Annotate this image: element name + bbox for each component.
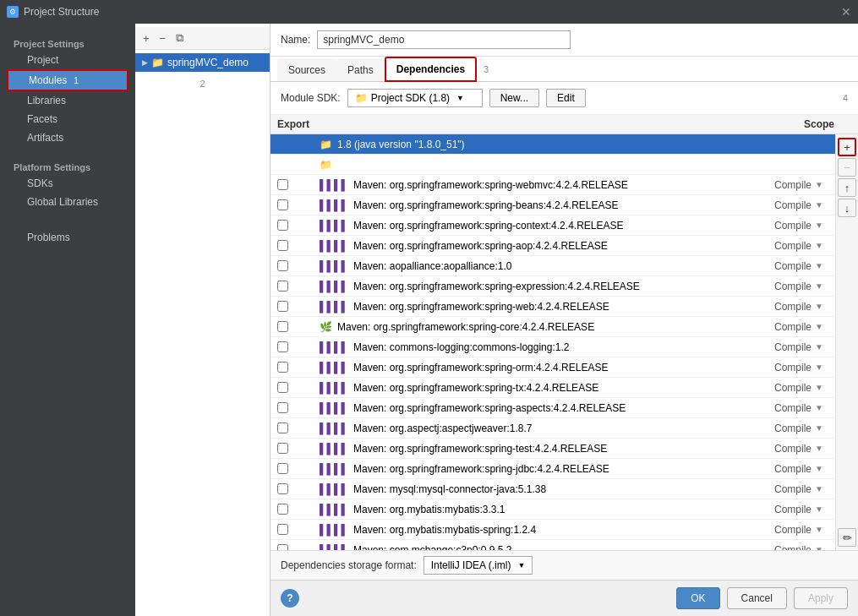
sidebar-item-problems[interactable]: Problems [7,228,128,247]
dep-name: Maven: org.springframework:spring-aspect… [353,402,744,414]
dep-scope-dropdown[interactable]: ▼ [815,281,828,291]
dep-scope-dropdown[interactable]: ▼ [815,342,828,352]
add-module-button[interactable]: + [139,30,154,46]
dep-name: Maven: org.mybatis:mybatis:3.3.1 [353,504,744,515]
dep-scope-dropdown[interactable]: ▼ [815,200,828,210]
sidebar-item-artifacts[interactable]: Artifacts [7,128,128,147]
dep-checkbox[interactable] [277,422,320,433]
dep-scope: Compile [744,483,812,495]
dep-row[interactable]: ▌▌▌▌ Maven: org.springframework:spring-b… [271,195,835,215]
dep-scope: Compile [744,524,812,536]
dep-checkbox[interactable] [277,341,320,352]
tab-dependencies[interactable]: Dependencies [385,57,477,82]
dep-row[interactable]: ▌▌▌▌ Maven: com.mchange:c3p0:0.9.5.2 Com… [271,540,835,550]
dep-row[interactable]: 🌿 Maven: org.springframework:spring-core… [271,317,835,337]
module-tree-item[interactable]: ▶ 📁 springMVC_demo [135,53,270,72]
dep-scope-dropdown[interactable]: ▼ [815,261,828,270]
sidebar-item-global-libraries[interactable]: Global Libraries [7,193,128,211]
dep-checkbox[interactable] [277,382,320,393]
dep-row[interactable]: ▌▌▌▌ Maven: aopalliance:aopalliance:1.0 … [271,256,835,276]
dep-row[interactable]: ▌▌▌▌ Maven: org.springframework:spring-a… [271,398,835,418]
dep-row[interactable]: ▌▌▌▌ Maven: org.springframework:spring-w… [271,297,835,317]
add-dependency-button[interactable]: + [838,138,856,156]
dep-scope-dropdown[interactable]: ▼ [815,403,828,412]
dep-scope-dropdown[interactable]: ▼ [815,383,828,392]
dep-row[interactable]: ▌▌▌▌ Maven: org.springframework:spring-w… [271,175,835,195]
dep-row[interactable]: ▌▌▌▌ Maven: org.springframework:spring-t… [271,439,835,459]
dep-checkbox[interactable] [277,483,320,494]
dep-checkbox[interactable] [277,402,320,413]
dep-checkbox[interactable] [277,199,320,210]
dep-row[interactable]: ▌▌▌▌ Maven: commons-logging:commons-logg… [271,337,835,357]
dep-scope-dropdown[interactable]: ▼ [815,444,828,453]
edit-dependency-button[interactable]: ✏ [838,528,856,547]
dep-checkbox[interactable] [277,179,320,190]
dep-scope-dropdown[interactable]: ▼ [815,423,828,433]
storage-format-select[interactable]: IntelliJ IDEA (.iml) ▼ [424,556,533,575]
remove-module-button[interactable]: − [156,30,171,46]
move-up-button[interactable]: ↑ [838,178,856,197]
move-down-button[interactable]: ↓ [838,199,856,217]
ok-button[interactable]: OK [676,587,719,609]
close-button[interactable]: ✕ [841,5,851,19]
dep-checkbox[interactable] [277,220,320,231]
name-input[interactable] [317,30,571,49]
dep-checkbox[interactable] [277,321,320,332]
dep-row[interactable]: ▌▌▌▌ Maven: org.springframework:spring-j… [271,459,835,479]
sidebar-item-facets[interactable]: Facets [7,110,128,128]
dep-checkbox[interactable] [277,281,320,292]
dep-scope-dropdown[interactable]: ▼ [815,221,828,230]
dep-scope-dropdown[interactable]: ▼ [815,180,828,189]
deps-header: Export Scope [271,115,858,134]
dep-row[interactable]: ▌▌▌▌ Maven: mysql:mysql-connector-java:5… [271,479,835,499]
apply-button[interactable]: Apply [794,587,848,609]
dep-checkbox[interactable] [277,240,320,251]
dep-row[interactable]: ▌▌▌▌ Maven: org.aspectj:aspectjweaver:1.… [271,418,835,439]
dep-scope-dropdown[interactable]: ▼ [815,241,828,250]
dep-scope: Compile [744,220,812,232]
sidebar-item-modules[interactable]: Modules 1 [7,69,128,91]
app-icon: ⚙ [7,6,19,18]
dep-scope: Compile [744,443,812,455]
remove-dependency-button[interactable]: − [838,158,856,177]
dep-checkbox[interactable] [277,260,320,271]
dep-name: Maven: aopalliance:aopalliance:1.0 [353,260,744,272]
cancel-button[interactable]: Cancel [727,587,787,609]
dep-icon: ▌▌▌▌ [320,341,348,353]
sidebar-item-project[interactable]: Project [7,51,128,69]
dep-checkbox[interactable] [277,544,320,550]
tab-sources[interactable]: Sources [277,58,336,81]
sidebar-item-sdks[interactable]: SDKs [7,174,128,193]
edit-sdk-button[interactable]: Edit [546,89,586,107]
dep-scope-dropdown[interactable]: ▼ [815,322,828,331]
dep-checkbox[interactable] [277,362,320,373]
dep-row[interactable]: 📁 1.8 (java version "1.8.0_51") [271,134,835,155]
dep-row[interactable]: ▌▌▌▌ Maven: org.springframework:spring-e… [271,276,835,297]
dep-icon: ▌▌▌▌ [320,422,348,434]
dep-scope-dropdown[interactable]: ▼ [815,525,828,534]
dep-scope-dropdown[interactable]: ▼ [815,363,828,372]
dep-checkbox[interactable] [277,504,320,515]
dep-scope-dropdown[interactable]: ▼ [815,504,828,514]
dep-row[interactable]: ▌▌▌▌ Maven: org.mybatis:mybatis-spring:1… [271,520,835,540]
dep-row[interactable]: ▌▌▌▌ Maven: org.springframework:spring-t… [271,378,835,398]
dep-scope-dropdown[interactable]: ▼ [815,464,828,473]
dep-row[interactable]: ▌▌▌▌ Maven: org.springframework:spring-a… [271,236,835,256]
dep-checkbox[interactable] [277,524,320,535]
dep-row[interactable]: ▌▌▌▌ Maven: org.mybatis:mybatis:3.3.1 Co… [271,499,835,520]
copy-module-button[interactable]: ⧉ [172,30,188,46]
dep-scope-dropdown[interactable]: ▼ [815,302,828,311]
dep-row[interactable]: ▌▌▌▌ Maven: org.springframework:spring-o… [271,357,835,378]
dep-checkbox[interactable] [277,301,320,312]
dep-checkbox[interactable] [277,463,320,474]
dep-row[interactable]: ▌▌▌▌ Maven: org.springframework:spring-c… [271,215,835,236]
dep-scope-dropdown[interactable]: ▼ [815,484,828,493]
new-sdk-button[interactable]: New... [489,89,539,107]
help-button[interactable]: ? [281,589,299,608]
dep-row[interactable]: 📁 [271,155,835,175]
sidebar-item-libraries[interactable]: Libraries [7,91,128,110]
tab-paths[interactable]: Paths [336,58,385,81]
sdk-select[interactable]: 📁 Project SDK (1.8) ▼ [347,89,483,107]
scope-header: Scope [767,118,834,130]
dep-checkbox[interactable] [277,443,320,454]
